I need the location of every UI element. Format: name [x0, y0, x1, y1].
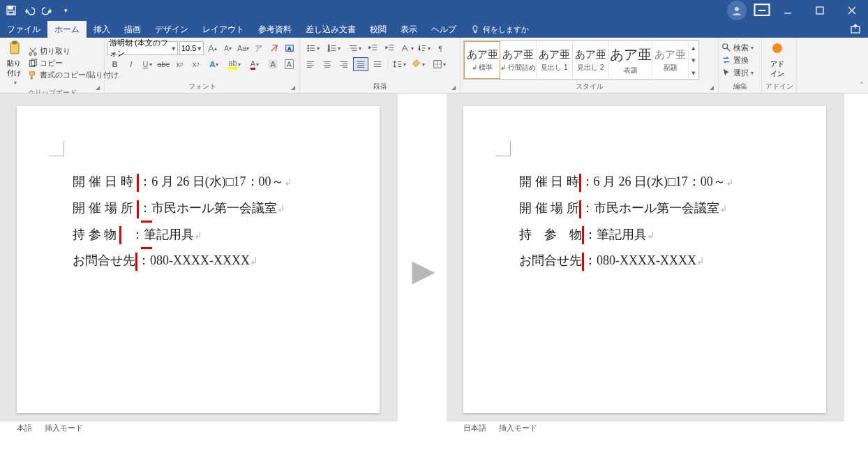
find-button[interactable]: 検索▾ [721, 43, 754, 53]
distribute-icon[interactable] [370, 57, 385, 71]
bold-icon[interactable]: B [107, 57, 122, 71]
show-marks-icon[interactable]: ¶ [433, 41, 448, 55]
enclose-characters-icon[interactable]: A [283, 41, 297, 55]
grow-font-icon[interactable]: A▴ [205, 41, 219, 55]
style-heading2[interactable]: あア亜見出し 2 [573, 41, 609, 79]
multilevel-list-icon[interactable] [345, 41, 364, 55]
ribbon-display-options-icon[interactable] [752, 1, 772, 20]
font-color-icon[interactable]: A [245, 57, 264, 71]
superscript-icon[interactable]: x2 [188, 57, 203, 71]
account-avatar-icon[interactable] [727, 1, 747, 20]
style-normal[interactable]: あア亜↲ 標準 [464, 41, 500, 79]
tab-file[interactable]: ファイル [0, 21, 47, 38]
doc-line: お問合せ先：080-XXXX-XXXX↲ [73, 248, 380, 274]
close-button[interactable] [836, 0, 868, 21]
doc-line: 持 参 物：筆記用具↲ [73, 222, 380, 248]
minimize-button[interactable] [772, 0, 804, 21]
phonetic-guide-icon[interactable]: ア [252, 41, 266, 55]
dialog-launcher-icon[interactable]: ◢ [96, 84, 103, 91]
borders-icon[interactable] [429, 57, 449, 71]
shading-icon[interactable] [408, 57, 428, 71]
highlight-icon[interactable]: ab [225, 57, 244, 71]
status-mode[interactable]: 挿入モード [499, 423, 537, 433]
sort-icon[interactable] [416, 41, 431, 55]
font-name-combo[interactable]: 游明朝 (本文のフォン▾ [107, 41, 178, 55]
crop-mark-icon [495, 141, 511, 156]
doc-line: お問合せ先：080-XXXX-XXXX↲ [519, 248, 826, 274]
group-label: フォント [107, 81, 297, 93]
align-center-icon[interactable] [320, 57, 335, 71]
font-size-combo[interactable]: 10.5▾ [179, 41, 204, 55]
tab-insert[interactable]: 挿入 [87, 21, 117, 38]
tab-review[interactable]: 校閲 [363, 21, 394, 38]
tab-references[interactable]: 参考資料 [251, 21, 299, 38]
align-right-icon[interactable] [336, 57, 352, 71]
tab-view[interactable]: 表示 [394, 21, 424, 38]
shrink-font-icon[interactable]: A▾ [221, 41, 235, 55]
save-icon[interactable] [6, 5, 17, 16]
align-left-icon[interactable] [303, 57, 318, 71]
text-effects-icon[interactable]: A [204, 57, 223, 71]
styles-gallery[interactable]: あア亜↲ 標準 あア亜↲ 行間詰め あア亜見出し 1 あア亜見出し 2 あア亜表… [463, 40, 699, 80]
decrease-indent-icon[interactable] [366, 41, 381, 55]
svg-text:3: 3 [327, 49, 329, 52]
tab-layout[interactable]: レイアウト [195, 21, 251, 38]
italic-icon[interactable]: I [124, 57, 138, 71]
tab-home[interactable]: ホーム [47, 21, 87, 38]
status-bar: 本語 挿入モード [0, 422, 398, 434]
tab-design[interactable]: デザイン [148, 21, 195, 38]
page: 開 催 日 時：6 月 26 日(水)□17：00～↲ 開 催 場 所：市民ホー… [463, 106, 826, 413]
collapse-ribbon-icon[interactable]: ˄ [860, 81, 864, 90]
doc-line: 開催場所：市民ホール第一会議室↲ [73, 195, 380, 222]
status-language[interactable]: 本語 [17, 423, 32, 433]
tab-mailings[interactable]: 差し込み文書 [299, 21, 363, 38]
line-spacing-icon[interactable] [391, 57, 407, 71]
addins-button[interactable]: アド イン [765, 39, 790, 81]
subscript-icon[interactable]: x2 [172, 57, 187, 71]
doc-line: 開催日時：6 月 26 日(水)□17：00～↲ [73, 169, 380, 195]
maximize-button[interactable] [804, 0, 836, 21]
style-no-spacing[interactable]: あア亜↲ 行間詰め [500, 41, 537, 79]
underline-icon[interactable]: U [140, 57, 154, 71]
clear-formatting-icon[interactable] [267, 41, 281, 55]
status-mode[interactable]: 挿入モード [45, 423, 83, 433]
character-border-icon[interactable]: A [282, 57, 297, 71]
page: 開催日時：6 月 26 日(水)□17：00～↲ 開催場所：市民ホール第一会議室… [17, 106, 380, 413]
group-label: 編集 [721, 81, 758, 93]
style-subtitle[interactable]: あア亜副題 [652, 41, 689, 79]
status-language[interactable]: 日本語 [463, 423, 486, 433]
select-button[interactable]: 選択▾ [721, 68, 754, 78]
group-paragraph: 123 ¶ 段落 ◢ [300, 38, 461, 93]
copy-icon [28, 59, 38, 68]
styles-more[interactable]: ▴▾▾ [689, 41, 698, 79]
svg-point-22 [723, 44, 728, 49]
qat-customize-icon[interactable]: ▾ [60, 5, 71, 16]
document-area[interactable]: 開催日時：6 月 26 日(水)□17：00～↲ 開催場所：市民ホール第一会議室… [0, 94, 398, 422]
undo-icon[interactable] [24, 5, 35, 16]
dialog-launcher-icon[interactable]: ◢ [710, 84, 717, 91]
redo-icon[interactable] [42, 5, 53, 16]
tab-help[interactable]: ヘルプ [424, 21, 463, 38]
tab-draw[interactable]: 描画 [117, 21, 148, 38]
bullets-icon[interactable] [303, 41, 322, 55]
numbering-icon[interactable]: 123 [324, 41, 343, 55]
crop-mark-icon [49, 141, 64, 156]
style-title[interactable]: あア亜表題 [609, 41, 652, 79]
style-heading1[interactable]: あア亜見出し 1 [537, 41, 573, 79]
tell-me[interactable]: 何をしますか [463, 21, 536, 38]
document-area[interactable]: 開 催 日 時：6 月 26 日(水)□17：00～↲ 開 催 場 所：市民ホー… [447, 94, 844, 422]
character-shading-icon[interactable]: A [266, 57, 280, 71]
increase-indent-icon[interactable] [382, 41, 398, 55]
share-icon[interactable] [850, 23, 861, 36]
group-clipboard: 貼り付け ▾ 切り取り コピー 書式のコピー/貼り付け クリップボード ◢ [0, 38, 105, 93]
strikethrough-icon[interactable]: abc [156, 57, 171, 71]
justify-icon[interactable] [353, 57, 368, 71]
asian-layout-icon[interactable] [399, 41, 414, 55]
replace-button[interactable]: 置換 [721, 55, 754, 66]
dialog-launcher-icon[interactable]: ◢ [291, 84, 298, 91]
title-bar: ▾ [0, 0, 868, 21]
dialog-launcher-icon[interactable]: ◢ [451, 84, 458, 91]
change-case-icon[interactable]: Aa▾ [237, 41, 250, 55]
red-step-marker [141, 247, 152, 249]
paste-button[interactable]: 貼り付け ▾ [3, 39, 28, 87]
